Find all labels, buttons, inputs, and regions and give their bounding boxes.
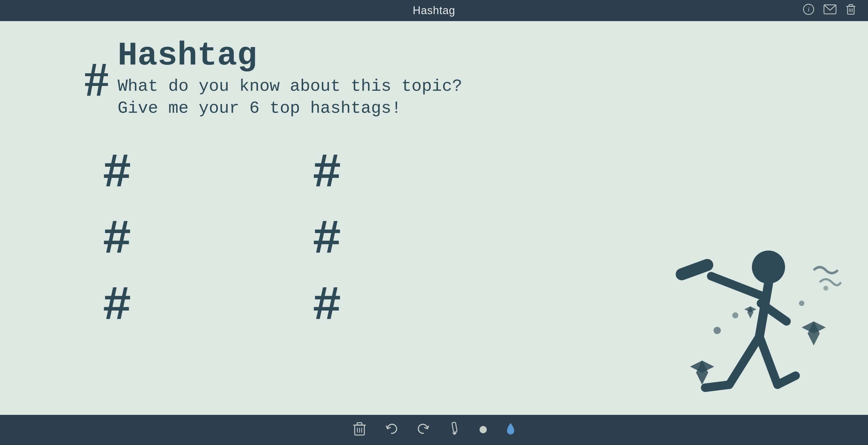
hashtag-1: #: [102, 150, 131, 198]
pen-icon[interactable]: [448, 422, 461, 438]
bottom-toolbar: [0, 415, 868, 445]
svg-line-15: [705, 385, 729, 388]
svg-rect-30: [357, 423, 362, 425]
illustration: [657, 228, 844, 415]
app-title: Hashtag: [412, 4, 455, 17]
svg-text:i: i: [808, 5, 809, 13]
header-section: # Hashtag What do you know about this to…: [85, 39, 462, 119]
svg-point-36: [479, 426, 487, 433]
hashtag-4: #: [312, 216, 341, 264]
hashtags-grid: # # # # # #: [85, 150, 341, 330]
info-icon[interactable]: i: [803, 4, 814, 18]
bottom-trash-icon[interactable]: [352, 421, 367, 439]
svg-marker-19: [690, 360, 714, 373]
hashtag-6: #: [312, 282, 341, 330]
drop-icon[interactable]: [506, 422, 516, 438]
redo-icon[interactable]: [416, 422, 430, 438]
hashtag-2: #: [312, 150, 341, 198]
trash-icon[interactable]: [846, 3, 856, 18]
svg-line-16: [760, 337, 777, 385]
header-hash-symbol: #: [85, 55, 108, 103]
title-bar: Hashtag i: [0, 0, 868, 21]
svg-line-17: [777, 376, 796, 385]
svg-marker-21: [744, 306, 756, 312]
title-bar-actions: i: [803, 3, 856, 18]
undo-icon[interactable]: [384, 422, 398, 438]
main-content: # Hashtag What do you know about this to…: [0, 21, 868, 415]
email-icon[interactable]: [824, 4, 837, 17]
svg-rect-5: [849, 4, 852, 6]
svg-line-14: [729, 337, 760, 385]
svg-point-25: [732, 312, 738, 318]
svg-point-9: [752, 251, 785, 284]
svg-marker-23: [802, 321, 826, 333]
hashtag-5: #: [102, 282, 131, 330]
svg-point-24: [714, 327, 721, 334]
hashtag-3: #: [102, 216, 131, 264]
dot-icon[interactable]: [478, 423, 488, 437]
svg-rect-34: [452, 422, 457, 432]
svg-marker-35: [452, 433, 457, 435]
header-subtitle: What do you know about this topic? Give …: [118, 75, 462, 119]
svg-point-27: [824, 286, 828, 291]
header-title: Hashtag: [118, 39, 462, 72]
header-text-block: Hashtag What do you know about this topi…: [118, 39, 462, 119]
svg-point-26: [799, 300, 804, 306]
